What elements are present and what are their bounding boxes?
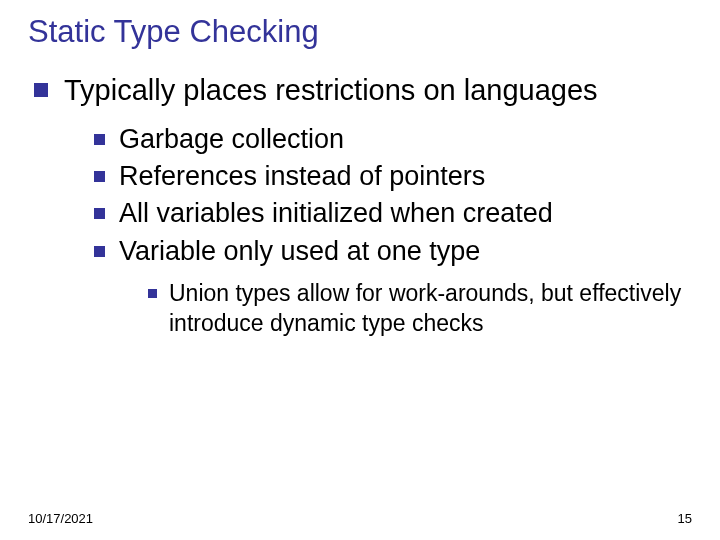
bullet-text: Typically places restrictions on languag… xyxy=(64,72,598,108)
bullet-level3-group: Union types allow for work-arounds, but … xyxy=(148,279,692,339)
bullet-level2: References instead of pointers xyxy=(94,159,692,194)
bullet-level1: Typically places restrictions on languag… xyxy=(34,72,692,108)
footer-page-number: 15 xyxy=(678,511,692,526)
bullet-text: Variable only used at one type xyxy=(119,234,480,269)
bullet-text: References instead of pointers xyxy=(119,159,485,194)
bullet-level2: All variables initialized when created xyxy=(94,196,692,231)
footer-date: 10/17/2021 xyxy=(28,511,93,526)
bullet-level2: Garbage collection xyxy=(94,122,692,157)
square-bullet-icon xyxy=(34,83,48,97)
square-bullet-icon xyxy=(94,171,105,182)
bullet-level2: Variable only used at one type xyxy=(94,234,692,269)
square-bullet-icon xyxy=(94,246,105,257)
bullet-level2-group: Garbage collection References instead of… xyxy=(94,122,692,268)
slide-title: Static Type Checking xyxy=(28,14,692,50)
square-bullet-icon xyxy=(148,289,157,298)
bullet-level3: Union types allow for work-arounds, but … xyxy=(148,279,692,339)
square-bullet-icon xyxy=(94,208,105,219)
bullet-text: Garbage collection xyxy=(119,122,344,157)
bullet-text: Union types allow for work-arounds, but … xyxy=(169,279,692,339)
square-bullet-icon xyxy=(94,134,105,145)
slide-footer: 10/17/2021 15 xyxy=(28,511,692,526)
bullet-text: All variables initialized when created xyxy=(119,196,553,231)
